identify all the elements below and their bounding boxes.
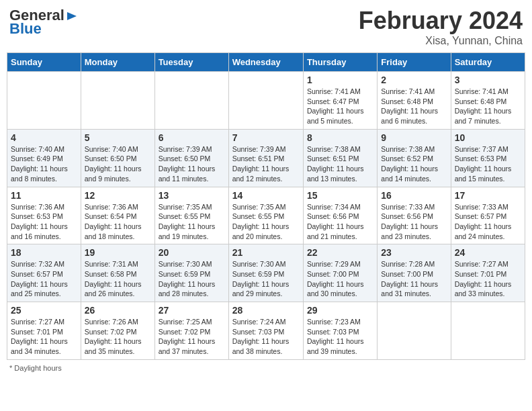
- day-info: Sunrise: 7:31 AM Sunset: 6:58 PM Dayligh…: [85, 259, 151, 299]
- calendar-cell: 7Sunrise: 7:39 AM Sunset: 6:51 PM Daylig…: [228, 129, 303, 187]
- calendar-week-row: 25Sunrise: 7:27 AM Sunset: 7:01 PM Dayli…: [7, 302, 525, 360]
- day-number: 14: [232, 190, 300, 201]
- footer-note: * Daylight hours: [7, 364, 525, 372]
- day-info: Sunrise: 7:39 AM Sunset: 6:51 PM Dayligh…: [232, 144, 300, 184]
- day-info: Sunrise: 7:41 AM Sunset: 6:47 PM Dayligh…: [307, 87, 373, 126]
- calendar-cell: 23Sunrise: 7:28 AM Sunset: 7:00 PM Dayli…: [378, 244, 451, 302]
- day-info: Sunrise: 7:26 AM Sunset: 7:02 PM Dayligh…: [85, 317, 151, 357]
- day-number: 22: [307, 247, 373, 258]
- calendar-cell: 6Sunrise: 7:39 AM Sunset: 6:50 PM Daylig…: [154, 129, 228, 187]
- calendar-cell: 10Sunrise: 7:37 AM Sunset: 6:53 PM Dayli…: [451, 129, 525, 187]
- day-number: 13: [159, 190, 225, 201]
- day-info: Sunrise: 7:25 AM Sunset: 7:02 PM Dayligh…: [159, 317, 225, 357]
- day-number: 17: [455, 190, 521, 201]
- calendar-cell: [154, 72, 228, 130]
- day-info: Sunrise: 7:41 AM Sunset: 6:48 PM Dayligh…: [381, 87, 447, 126]
- calendar-cell: 22Sunrise: 7:29 AM Sunset: 7:00 PM Dayli…: [303, 244, 377, 302]
- weekday-header: Thursday: [303, 53, 377, 72]
- calendar-cell: 29Sunrise: 7:23 AM Sunset: 7:03 PM Dayli…: [303, 302, 377, 360]
- day-info: Sunrise: 7:30 AM Sunset: 6:59 PM Dayligh…: [232, 259, 300, 299]
- weekday-header: Friday: [378, 53, 451, 72]
- day-number: 2: [381, 75, 447, 85]
- logo: General Blue: [9, 7, 78, 38]
- day-number: 10: [455, 132, 521, 143]
- calendar-week-row: 4Sunrise: 7:40 AM Sunset: 6:49 PM Daylig…: [7, 129, 525, 187]
- calendar-cell: 2Sunrise: 7:41 AM Sunset: 6:48 PM Daylig…: [378, 72, 451, 130]
- month-title: February 2024: [359, 7, 523, 35]
- day-number: 3: [455, 75, 521, 85]
- calendar-cell: 16Sunrise: 7:33 AM Sunset: 6:56 PM Dayli…: [378, 187, 451, 244]
- day-info: Sunrise: 7:38 AM Sunset: 6:51 PM Dayligh…: [307, 144, 373, 184]
- logo-arrow-icon: [66, 10, 78, 22]
- day-number: 16: [381, 190, 447, 201]
- calendar-week-row: 11Sunrise: 7:36 AM Sunset: 6:53 PM Dayli…: [7, 187, 525, 244]
- day-number: 23: [381, 247, 447, 258]
- calendar-cell: [228, 72, 303, 130]
- calendar-cell: 17Sunrise: 7:33 AM Sunset: 6:57 PM Dayli…: [451, 187, 525, 244]
- calendar-week-row: 1Sunrise: 7:41 AM Sunset: 6:47 PM Daylig…: [7, 72, 525, 130]
- calendar-cell: 1Sunrise: 7:41 AM Sunset: 6:47 PM Daylig…: [303, 72, 377, 130]
- day-info: Sunrise: 7:35 AM Sunset: 6:55 PM Dayligh…: [232, 202, 300, 242]
- day-number: 29: [307, 305, 373, 316]
- day-info: Sunrise: 7:36 AM Sunset: 6:54 PM Dayligh…: [85, 202, 151, 242]
- day-number: 19: [85, 247, 151, 258]
- logo-line2: Blue: [9, 20, 42, 38]
- calendar-cell: [7, 72, 81, 130]
- day-info: Sunrise: 7:33 AM Sunset: 6:57 PM Dayligh…: [455, 202, 521, 242]
- calendar-cell: 21Sunrise: 7:30 AM Sunset: 6:59 PM Dayli…: [228, 244, 303, 302]
- day-info: Sunrise: 7:41 AM Sunset: 6:48 PM Dayligh…: [455, 87, 521, 126]
- day-info: Sunrise: 7:24 AM Sunset: 7:03 PM Dayligh…: [232, 317, 300, 357]
- day-number: 4: [11, 132, 77, 143]
- day-info: Sunrise: 7:36 AM Sunset: 6:53 PM Dayligh…: [11, 202, 77, 242]
- day-number: 15: [307, 190, 373, 201]
- calendar-cell: 18Sunrise: 7:32 AM Sunset: 6:57 PM Dayli…: [7, 244, 81, 302]
- calendar-cell: 15Sunrise: 7:34 AM Sunset: 6:56 PM Dayli…: [303, 187, 377, 244]
- calendar-cell: 14Sunrise: 7:35 AM Sunset: 6:55 PM Dayli…: [228, 187, 303, 244]
- page-header: General Blue February 2024 Xisa, Yunnan,…: [7, 7, 525, 47]
- day-info: Sunrise: 7:33 AM Sunset: 6:56 PM Dayligh…: [381, 202, 447, 242]
- calendar-cell: 19Sunrise: 7:31 AM Sunset: 6:58 PM Dayli…: [81, 244, 154, 302]
- calendar-cell: 11Sunrise: 7:36 AM Sunset: 6:53 PM Dayli…: [7, 187, 81, 244]
- calendar-cell: 26Sunrise: 7:26 AM Sunset: 7:02 PM Dayli…: [81, 302, 154, 360]
- location-subtitle: Xisa, Yunnan, China: [359, 35, 523, 47]
- calendar-week-row: 18Sunrise: 7:32 AM Sunset: 6:57 PM Dayli…: [7, 244, 525, 302]
- day-number: 6: [159, 132, 225, 143]
- weekday-header: Wednesday: [228, 53, 303, 72]
- weekday-header: Tuesday: [154, 53, 228, 72]
- calendar-table: SundayMondayTuesdayWednesdayThursdayFrid…: [7, 52, 525, 360]
- weekday-header: Sunday: [7, 53, 81, 72]
- calendar-cell: 8Sunrise: 7:38 AM Sunset: 6:51 PM Daylig…: [303, 129, 377, 187]
- day-number: 27: [159, 305, 225, 316]
- day-number: 8: [307, 132, 373, 143]
- day-info: Sunrise: 7:32 AM Sunset: 6:57 PM Dayligh…: [11, 259, 77, 299]
- calendar-cell: 24Sunrise: 7:27 AM Sunset: 7:01 PM Dayli…: [451, 244, 525, 302]
- day-info: Sunrise: 7:28 AM Sunset: 7:00 PM Dayligh…: [381, 259, 447, 299]
- weekday-header: Saturday: [451, 53, 525, 72]
- calendar-cell: 25Sunrise: 7:27 AM Sunset: 7:01 PM Dayli…: [7, 302, 81, 360]
- day-info: Sunrise: 7:27 AM Sunset: 7:01 PM Dayligh…: [11, 317, 77, 357]
- calendar-cell: 3Sunrise: 7:41 AM Sunset: 6:48 PM Daylig…: [451, 72, 525, 130]
- day-number: 24: [455, 247, 521, 258]
- svg-marker-0: [67, 12, 77, 20]
- calendar-cell: [81, 72, 154, 130]
- day-info: Sunrise: 7:37 AM Sunset: 6:53 PM Dayligh…: [455, 144, 521, 184]
- calendar-cell: [378, 302, 451, 360]
- calendar-body: 1Sunrise: 7:41 AM Sunset: 6:47 PM Daylig…: [7, 72, 525, 360]
- day-number: 20: [159, 247, 225, 258]
- calendar-cell: 28Sunrise: 7:24 AM Sunset: 7:03 PM Dayli…: [228, 302, 303, 360]
- day-info: Sunrise: 7:30 AM Sunset: 6:59 PM Dayligh…: [159, 259, 225, 299]
- day-number: 28: [232, 305, 300, 316]
- calendar-cell: 12Sunrise: 7:36 AM Sunset: 6:54 PM Dayli…: [81, 187, 154, 244]
- title-block: February 2024 Xisa, Yunnan, China: [359, 7, 523, 47]
- calendar-cell: 5Sunrise: 7:40 AM Sunset: 6:50 PM Daylig…: [81, 129, 154, 187]
- day-number: 12: [85, 190, 151, 201]
- day-number: 11: [11, 190, 77, 201]
- weekday-header: Monday: [81, 53, 154, 72]
- day-number: 5: [85, 132, 151, 143]
- calendar-cell: 4Sunrise: 7:40 AM Sunset: 6:49 PM Daylig…: [7, 129, 81, 187]
- calendar-cell: 27Sunrise: 7:25 AM Sunset: 7:02 PM Dayli…: [154, 302, 228, 360]
- day-number: 7: [232, 132, 300, 143]
- calendar-cell: 9Sunrise: 7:38 AM Sunset: 6:52 PM Daylig…: [378, 129, 451, 187]
- day-info: Sunrise: 7:27 AM Sunset: 7:01 PM Dayligh…: [455, 259, 521, 299]
- day-number: 21: [232, 247, 300, 258]
